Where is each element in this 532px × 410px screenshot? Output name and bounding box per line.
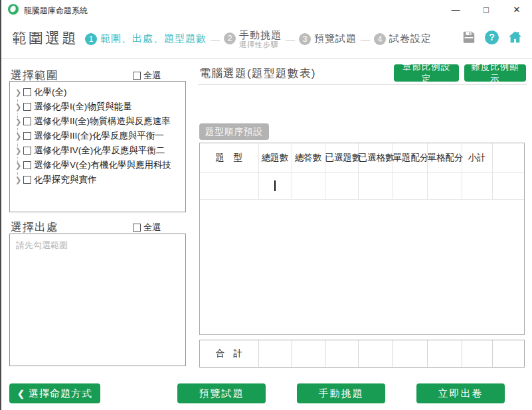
range-select-all[interactable]: 全選 [133, 70, 161, 82]
tree-checkbox[interactable] [23, 117, 31, 125]
cell-total-answers[interactable] [292, 172, 325, 199]
tree-item-inquiry-practice[interactable]: ❯ 化學探究與實作 [10, 172, 185, 187]
step-4-label: 試卷設定 [389, 33, 432, 45]
tree-checkbox[interactable] [23, 132, 31, 140]
title-bar: 龍騰題庫命題系統 — □ ✕ [0, 0, 532, 19]
window-controls: — □ ✕ [440, 0, 532, 19]
range-select-all-checkbox[interactable] [133, 72, 141, 80]
step-2-label: 手動挑題 [239, 29, 282, 40]
tree-item-elective-2[interactable]: ❯ 選修化學II(全)物質構造與反應速率 [10, 114, 185, 129]
step-4-paper-settings[interactable]: 4 試卷設定 [374, 33, 432, 45]
chevron-right-icon[interactable]: ❯ [13, 147, 23, 155]
col-spare [492, 143, 524, 172]
range-select-all-label: 全選 [143, 70, 161, 82]
col-total-answers: 總答數 [292, 143, 325, 172]
tree-item-label: 選修化學I(全)物質與能量 [34, 101, 132, 113]
preview-questions-button[interactable]: 預覽試題 [177, 383, 266, 403]
help-icon[interactable]: ? [485, 31, 499, 44]
cell-question-type[interactable] [200, 172, 258, 199]
tree-item-label: 化學(全) [34, 86, 67, 98]
table-header-row: 題 型 總題數 總答數 已選題數 已選格數 單題配分 單格配分 小計 [200, 143, 524, 172]
app-logo-icon [8, 4, 19, 15]
home-icon[interactable] [507, 30, 523, 44]
app-title: 龍騰題庫命題系統 [24, 5, 88, 17]
total-cell [393, 340, 427, 367]
step-separator: — [286, 34, 295, 44]
cell-spare [492, 172, 524, 199]
maximize-button[interactable]: □ [471, 0, 501, 19]
total-row: 合 計 [200, 340, 524, 367]
table-data-row [200, 172, 524, 199]
tree-item-label: 選修化學III(全)化學反應與平衡一 [34, 130, 164, 142]
chevron-right-icon[interactable]: ❯ [13, 103, 23, 111]
type-order-preset-button[interactable]: 題型順序預設 [199, 123, 269, 140]
chevron-right-icon[interactable]: ❯ [13, 132, 23, 141]
tree-item-label: 選修化學V(全)有機化學與應用科技 [34, 159, 171, 171]
computer-selection-title: 電腦選題(題型題數表) [199, 66, 315, 81]
chevron-right-icon[interactable]: ❯ [13, 161, 23, 170]
tree-item-elective-1[interactable]: ❯ 選修化學I(全)物質與能量 [10, 100, 185, 114]
source-title: 選擇出處 [11, 220, 58, 235]
tree-item-elective-4[interactable]: ❯ 選修化學IV(全)化學反應與平衡二 [10, 143, 185, 158]
range-tree: ❯ 化學(全) ❯ 選修化學I(全)物質與能量 ❯ 選修化學II(全)物質構造與… [9, 81, 186, 212]
total-cell [325, 340, 358, 367]
tree-checkbox[interactable] [23, 88, 31, 96]
tree-checkbox[interactable] [23, 176, 31, 184]
step-4-circle: 4 [374, 33, 386, 45]
chevron-left-icon: ❮ [17, 389, 25, 399]
tree-item-chemistry-all[interactable]: ❯ 化學(全) [10, 85, 185, 100]
source-select-all-label: 全選 [143, 222, 161, 234]
source-list-box: 請先勾選範圍 [9, 234, 186, 366]
col-points-per-blank: 單格配分 [427, 143, 462, 172]
total-label: 合 計 [200, 340, 258, 367]
total-cell [462, 340, 492, 367]
total-cell [492, 340, 524, 367]
tree-checkbox[interactable] [23, 161, 31, 169]
source-select-all-checkbox[interactable] [133, 224, 141, 232]
col-subtotal: 小計 [462, 143, 492, 172]
source-placeholder: 請先勾選範圍 [16, 239, 179, 251]
step-2-circle: 2 [224, 33, 236, 44]
tree-item-label: 選修化學IV(全)化學反應與平衡二 [34, 145, 165, 157]
page-title: 範圍選題 [12, 29, 78, 48]
manual-pick-button[interactable]: 手動挑題 [297, 383, 385, 403]
step-separator: — [361, 34, 370, 44]
cell-selected-questions[interactable] [325, 172, 358, 199]
total-row-table: 合 計 [199, 340, 525, 368]
back-to-method-button[interactable]: ❮ 選擇命題方式 [9, 383, 100, 403]
tree-checkbox[interactable] [23, 103, 31, 111]
cell-points-per-question[interactable] [393, 172, 427, 199]
step-2-manual-pick[interactable]: 2 手動挑題 選擇性步驟 [224, 29, 282, 49]
total-cell [258, 340, 292, 367]
back-button-label: 選擇命題方式 [29, 387, 92, 400]
minimize-button[interactable]: — [440, 0, 471, 19]
step-3-preview[interactable]: 3 預覽試題 [299, 33, 357, 45]
step-1-label: 範圍、出處、題型題數 [100, 33, 207, 45]
generate-paper-button[interactable]: 立即出卷 [416, 383, 505, 403]
total-cell [292, 340, 325, 367]
panel-divider [198, 84, 527, 85]
tree-item-elective-3[interactable]: ❯ 選修化學III(全)化學反應與平衡一 [10, 129, 185, 143]
wizard-steps: 1 範圍、出處、題型題數 — 2 手動挑題 選擇性步驟 — 3 預覽試題 — 4… [85, 19, 432, 59]
col-points-per-question: 單題配分 [393, 143, 427, 172]
source-select-all[interactable]: 全選 [133, 222, 161, 234]
difficulty-ratio-button[interactable]: 難度比例顯示 [464, 64, 526, 82]
source-section-header: 選擇出處 全選 [11, 220, 161, 235]
step-3-label: 預覽試題 [314, 33, 357, 45]
chevron-right-icon[interactable]: ❯ [13, 176, 23, 184]
cell-subtotal[interactable] [462, 172, 492, 199]
cell-points-per-blank[interactable] [427, 172, 462, 199]
chapter-ratio-button[interactable]: 章節比例設定 [394, 64, 459, 82]
step-1-range[interactable]: 1 範圍、出處、題型題數 [85, 33, 207, 45]
tree-item-label: 選修化學II(全)物質構造與反應速率 [34, 115, 171, 127]
chevron-right-icon[interactable]: ❯ [13, 117, 23, 126]
cell-selected-blanks[interactable] [358, 172, 393, 199]
close-button[interactable]: ✕ [501, 0, 532, 19]
chevron-right-icon[interactable]: ❯ [13, 88, 23, 97]
save-icon[interactable] [462, 30, 476, 44]
total-cell [427, 340, 462, 367]
tree-checkbox[interactable] [23, 147, 31, 155]
cell-total-questions[interactable] [258, 172, 292, 199]
tree-item-elective-5[interactable]: ❯ 選修化學V(全)有機化學與應用科技 [10, 158, 185, 172]
step-2-sublabel: 選擇性步驟 [239, 40, 282, 49]
